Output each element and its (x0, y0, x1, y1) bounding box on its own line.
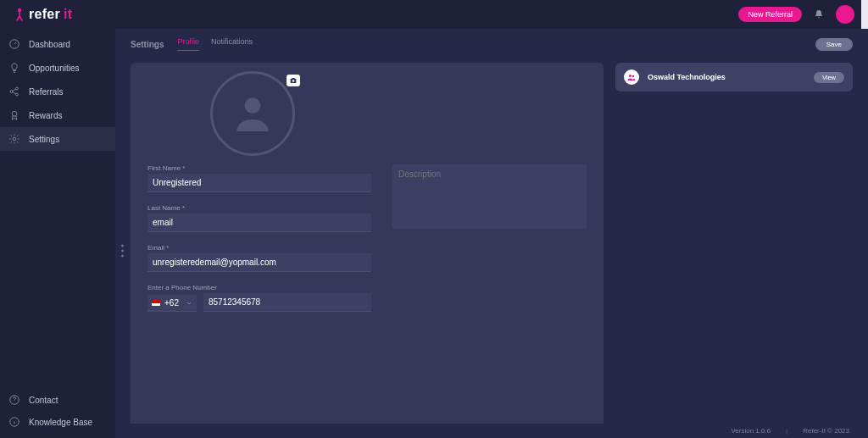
sidebar-item-opportunities[interactable]: Opportunities (0, 56, 115, 80)
footer-copyright: Refer-It © 2023 (803, 427, 849, 435)
email-label: Email * (147, 244, 371, 252)
new-referral-button[interactable]: New Referral (738, 7, 802, 22)
phone-code-text: +62 (164, 298, 179, 308)
svg-point-6 (13, 137, 16, 141)
sidebar-item-label: Contact (29, 396, 58, 405)
sidebar-item-label: Opportunities (29, 64, 79, 73)
help-icon (8, 394, 20, 406)
email-group: Email * (147, 244, 371, 272)
topbar: referit New Referral (0, 0, 868, 29)
org-card: Oswald Technologies View (615, 63, 853, 91)
svg-point-4 (15, 93, 18, 96)
org-icon (626, 72, 637, 82)
award-icon (8, 109, 20, 121)
profile-avatar-wrap (210, 71, 295, 156)
org-name: Oswald Technologies (648, 73, 805, 81)
content-area: Settings Profile Notifications Save (115, 29, 868, 438)
email-input[interactable] (147, 253, 371, 272)
phone-group: Enter a Phone Number +62 (147, 284, 371, 312)
user-avatar[interactable] (836, 5, 854, 24)
brand-text-1: refer (29, 7, 60, 22)
sidebar-item-label: Settings (29, 135, 59, 144)
description-textarea[interactable] (392, 164, 587, 229)
profile-avatar-placeholder (210, 71, 295, 156)
drag-handle-icon[interactable] (121, 244, 124, 257)
profile-panel: First Name * Last Name * Email * En (131, 63, 604, 438)
save-button[interactable]: Save (815, 38, 853, 51)
share-icon (8, 86, 20, 97)
footer-separator: | (786, 427, 787, 435)
phone-label: Enter a Phone Number (147, 284, 371, 291)
last-name-label: Last Name * (147, 204, 371, 212)
svg-point-9 (245, 97, 261, 114)
first-name-group: First Name * (147, 164, 371, 192)
settings-header: Settings Profile Notifications Save (115, 29, 868, 51)
settings-tabs: Profile Notifications (177, 37, 253, 51)
chevron-down-icon (186, 300, 192, 307)
info-icon (8, 416, 20, 428)
tab-profile[interactable]: Profile (177, 37, 199, 51)
tab-notifications[interactable]: Notifications (211, 37, 253, 51)
sidebar-item-dashboard[interactable]: Dashboard (0, 32, 115, 56)
phone-country-select[interactable]: +62 (147, 295, 197, 312)
organizations-panel: Oswald Technologies View (615, 63, 853, 438)
svg-point-2 (10, 91, 13, 93)
person-icon (229, 90, 276, 137)
sidebar-item-rewards[interactable]: Rewards (0, 103, 115, 127)
page-title: Settings (131, 40, 164, 49)
svg-point-11 (629, 75, 632, 77)
sidebar-item-label: Dashboard (29, 40, 70, 49)
flag-icon (152, 300, 160, 306)
svg-point-3 (15, 87, 18, 90)
footer: Version 1.0.6 | Refer-It © 2023 (115, 424, 868, 438)
sidebar-item-contact[interactable]: Contact (0, 389, 115, 411)
view-org-button[interactable]: View (814, 72, 844, 83)
camera-icon (289, 76, 298, 85)
sidebar-item-label: Referrals (29, 87, 64, 97)
logo-icon (14, 7, 25, 22)
sidebar-item-knowledge-base[interactable]: Knowledge Base (0, 411, 115, 433)
lightbulb-icon (8, 62, 20, 74)
svg-point-12 (632, 75, 634, 77)
gear-icon (8, 133, 20, 145)
org-avatar (624, 69, 639, 85)
sidebar-item-referrals[interactable]: Referrals (0, 80, 115, 103)
notifications-icon[interactable] (814, 9, 824, 19)
upload-photo-button[interactable] (287, 75, 300, 86)
gauge-icon (8, 38, 20, 50)
svg-point-5 (12, 111, 17, 116)
first-name-input[interactable] (147, 174, 371, 192)
first-name-label: First Name * (147, 164, 371, 172)
brand-logo[interactable]: referit (14, 7, 72, 22)
sidebar-item-label: Rewards (29, 111, 62, 120)
sidebar-item-label: Knowledge Base (29, 418, 92, 427)
phone-input[interactable] (203, 293, 371, 312)
svg-point-10 (292, 80, 295, 82)
sidebar: Dashboard Opportunities Referrals Reward… (0, 29, 115, 438)
brand-text-2: it (64, 7, 72, 22)
last-name-input[interactable] (147, 213, 371, 232)
sidebar-item-settings[interactable]: Settings (0, 127, 115, 151)
last-name-group: Last Name * (147, 204, 371, 232)
footer-version: Version 1.0.6 (731, 427, 771, 435)
